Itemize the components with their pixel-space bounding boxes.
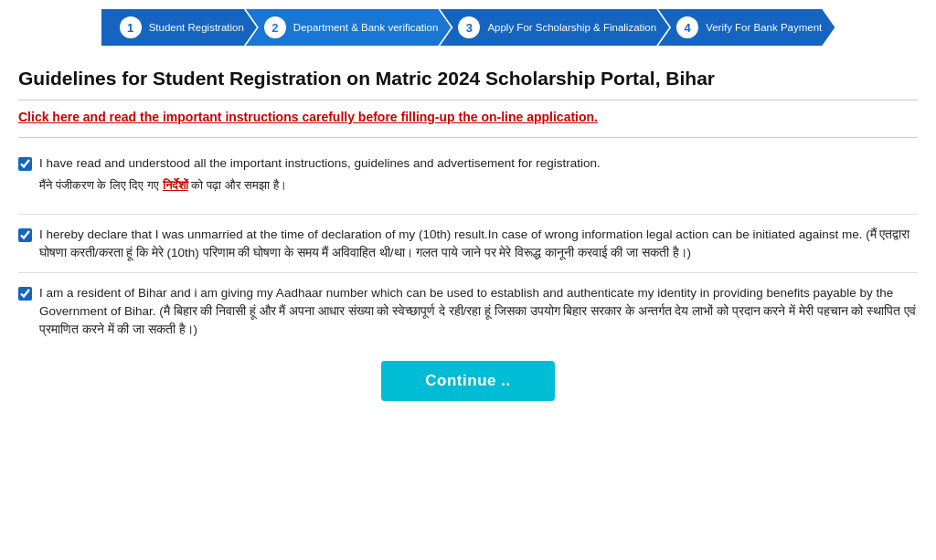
checkbox-section-1: I have read and understood all the impor… <box>18 149 918 203</box>
checkbox-3-text: I am a resident of Bihar and i am giving… <box>39 284 918 340</box>
checkbox-row-2: I hereby declare that I was unmarried at… <box>18 226 918 263</box>
checkbox-3[interactable] <box>18 287 32 301</box>
step-4-number: 4 <box>676 16 698 38</box>
main-content: Guidelines for Student Registration on M… <box>0 55 936 419</box>
checkbox-1-content: I have read and understood all the impor… <box>39 154 601 194</box>
checkbox-2-text: I hereby declare that I was unmarried at… <box>39 226 918 263</box>
step-3-number: 3 <box>458 16 480 38</box>
declaration-block-2: I am a resident of Bihar and i am giving… <box>18 272 918 340</box>
hindi-link[interactable]: निर्देशों <box>163 178 188 192</box>
step-1-number: 1 <box>120 16 142 38</box>
step-3[interactable]: 3 Apply For Scholarship & Finalization <box>440 9 669 46</box>
checkbox-1-hindi: मैंने पंजीकरण के लिए दिए गए निर्देशों को… <box>39 176 601 195</box>
checkbox-row-3: I am a resident of Bihar and i am giving… <box>18 284 918 340</box>
step-2-label: Department & Bank verification <box>293 21 439 35</box>
step-2[interactable]: 2 Department & Bank verification <box>246 9 452 46</box>
page-wrapper: 1 Student Registration 2 Department & Ba… <box>0 0 936 447</box>
page-heading: Guidelines for Student Registration on M… <box>18 66 918 90</box>
checkbox-1-text: I have read and understood all the impor… <box>39 156 601 170</box>
instruction-link[interactable]: Click here and read the important instru… <box>18 110 918 124</box>
step-4[interactable]: 4 Verify For Bank Payment <box>658 9 835 46</box>
hindi-suffix: को पढ़ा और समझा है। <box>191 178 286 192</box>
hindi-prefix: मैंने पंजीकरण के लिए दिए गए <box>39 178 159 192</box>
divider-1 <box>18 100 918 100</box>
checkbox-1[interactable] <box>18 157 32 171</box>
checkbox-row-1: I have read and understood all the impor… <box>18 154 918 194</box>
step-3-label: Apply For Scholarship & Finalization <box>487 21 656 35</box>
step-4-label: Verify For Bank Payment <box>706 21 822 35</box>
continue-button[interactable]: Continue .. <box>381 361 554 401</box>
step-1[interactable]: 1 Student Registration <box>101 9 257 46</box>
step-1-label: Student Registration <box>149 21 244 35</box>
divider-2 <box>18 137 918 138</box>
continue-btn-wrap: Continue .. <box>18 361 918 401</box>
declaration-block-1: I hereby declare that I was unmarried at… <box>18 214 918 263</box>
steps-bar: 1 Student Registration 2 Department & Ba… <box>0 0 936 55</box>
step-2-number: 2 <box>264 16 286 38</box>
checkbox-2[interactable] <box>18 228 32 242</box>
